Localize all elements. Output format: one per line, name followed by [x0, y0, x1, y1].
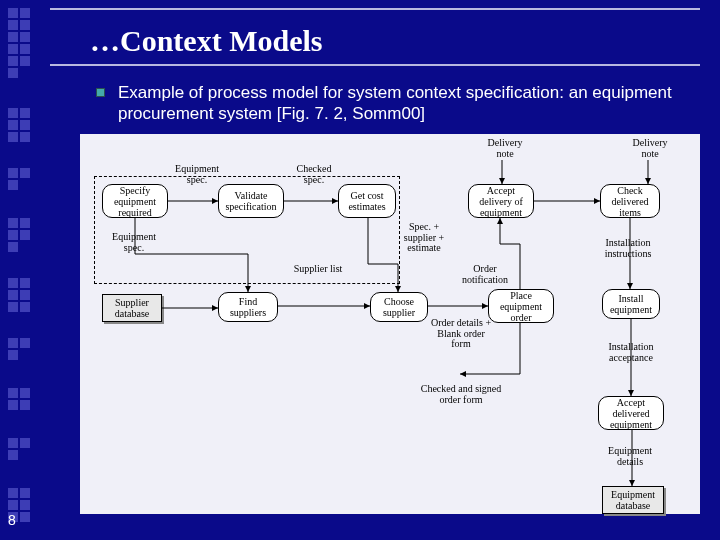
title-bottom-rule — [50, 64, 700, 66]
label-installation-acceptance: Installation acceptance — [600, 342, 662, 363]
box-choose-supplier: Choose supplier — [370, 292, 428, 322]
box-accept-delivery: Accept delivery of equipment — [468, 184, 534, 218]
decorative-squares — [8, 8, 32, 532]
label-equipment-spec2: Equipment spec. — [106, 232, 162, 253]
label-checked-signed: Checked and signed order form — [416, 384, 506, 405]
bullet-text: Example of process model for system cont… — [118, 82, 680, 125]
page-number: 8 — [8, 512, 16, 528]
label-delivery-note-top: Delivery note — [480, 138, 530, 159]
label-checked-spec: Checked spec. — [292, 164, 336, 185]
box-place-order: Place equipment order — [488, 289, 554, 323]
box-install: Install equipment — [602, 289, 660, 319]
label-equipment-spec: Equipment spec. — [172, 164, 222, 185]
box-accept-equipment: Accept delivered equipment — [598, 396, 664, 430]
box-specify: Specify equipment required — [102, 184, 168, 218]
title-top-rule — [50, 8, 700, 10]
label-equipment-details: Equipment details — [602, 446, 658, 467]
label-installation-instructions: Installation instructions — [598, 238, 658, 259]
label-order-notification: Order notification — [456, 264, 514, 285]
label-delivery-note-right: Delivery note — [625, 138, 675, 159]
box-find-suppliers: Find suppliers — [218, 292, 278, 322]
label-supplier-list: Supplier list — [288, 264, 348, 275]
box-equipment-database: Equipment database — [602, 486, 664, 514]
box-supplier-database: Supplier database — [102, 294, 162, 322]
bullet-marker — [96, 88, 105, 97]
box-validate: Validate specification — [218, 184, 284, 218]
box-get-cost: Get cost estimates — [338, 184, 396, 218]
label-order-details-blank: Order details + Blank order form — [428, 318, 494, 350]
box-check-items: Check delivered items — [600, 184, 660, 218]
label-spec-supplier-estimate: Spec. + supplier + estimate — [397, 222, 451, 254]
process-diagram: Specify equipment required Validate spec… — [80, 134, 700, 514]
slide-title: …Context Models — [90, 24, 322, 58]
